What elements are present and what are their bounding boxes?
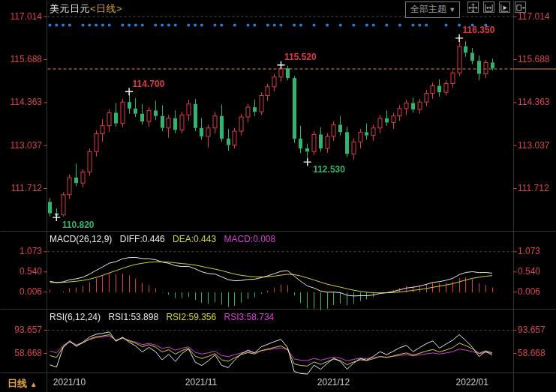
axis-tick-label: 0.540 bbox=[518, 266, 540, 277]
toolbar: 全部主题 ▼ bbox=[405, 1, 526, 15]
macd-dea-value: DEA:0.443 bbox=[173, 234, 216, 244]
axis-tick-label: 114.363 bbox=[0, 97, 42, 107]
axis-tick-label: 115.688 bbox=[0, 54, 42, 64]
chart-title: 美元日元<日线> bbox=[50, 2, 122, 16]
axis-tick-label: 113.037 bbox=[518, 140, 550, 151]
price-annotation: 115.520 bbox=[284, 52, 317, 62]
play-to-end-icon[interactable] bbox=[499, 1, 510, 13]
rsi2-value: RSI2:59.356 bbox=[166, 312, 216, 322]
caret-up-icon: ▲ bbox=[30, 380, 38, 388]
axis-tick-label: 0.006 bbox=[518, 286, 540, 297]
axis-tick-label: 1.073 bbox=[518, 246, 540, 256]
price-annotation: 112.530 bbox=[313, 164, 345, 175]
rsi-params-label: RSI(6,12,24) bbox=[50, 312, 101, 322]
axis-tick-label: 1.073 bbox=[0, 246, 42, 256]
timeline-month-label: 2022/01 bbox=[456, 377, 488, 388]
axis-tick-label: 58.668 bbox=[0, 348, 42, 358]
macd-params-label: MACD(26,12,9) bbox=[50, 234, 112, 244]
price-annotation: 110.820 bbox=[62, 220, 95, 230]
axis-tick-label: 117.014 bbox=[518, 11, 550, 22]
macd-legend: MACD(26,12,9) DIFF:0.446 DEA:0.443 MACD:… bbox=[50, 234, 281, 244]
axis-tick-label: 113.037 bbox=[0, 140, 42, 151]
axis-tick-label: 0.540 bbox=[0, 266, 42, 277]
timeline-month-label: 2021/11 bbox=[185, 377, 218, 388]
timeline-month-label: 2021/10 bbox=[53, 377, 86, 388]
timeline-month-label: 2021/12 bbox=[317, 377, 350, 388]
axis-tick-label: 115.688 bbox=[518, 54, 550, 64]
axis-tick-label: 58.668 bbox=[518, 348, 545, 358]
axis-tick-label: 114.363 bbox=[518, 97, 550, 107]
axis-tick-label: 111.712 bbox=[518, 183, 549, 193]
theme-dropdown-button[interactable]: 全部主题 ▼ bbox=[405, 1, 460, 18]
macd-diff-value: DIFF:0.446 bbox=[120, 234, 165, 244]
axis-tick-label: 0.006 bbox=[0, 286, 42, 297]
period-selector[interactable]: 日线 ▲ bbox=[8, 377, 38, 391]
axis-tick-label: 117.014 bbox=[0, 11, 42, 22]
axis-tick-label: 111.712 bbox=[0, 183, 42, 193]
fit-x-axis-icon[interactable] bbox=[483, 1, 494, 13]
axis-tick-label: 93.657 bbox=[518, 325, 545, 335]
rsi3-value: RSI3:58.734 bbox=[224, 312, 275, 322]
period-tag: <日线> bbox=[90, 3, 122, 14]
chart-app: 美元日元<日线> 全部主题 ▼ MACD(26,12,9) DIFF:0.446… bbox=[0, 0, 556, 392]
rsi-legend: RSI(6,12,24) RSI1:53.898 RSI2:59.356 RSI… bbox=[50, 312, 279, 322]
axis-tick-label: 93.657 bbox=[0, 325, 42, 335]
theme-dropdown-label: 全部主题 bbox=[410, 4, 446, 14]
macd-hist-value: MACD:0.008 bbox=[224, 234, 275, 244]
caret-down-icon: ▼ bbox=[449, 6, 455, 13]
period-selector-label: 日线 bbox=[8, 378, 27, 389]
crosshair-move-icon[interactable] bbox=[467, 1, 479, 13]
chart-canvas[interactable] bbox=[0, 0, 556, 392]
symbol-name: 美元日元 bbox=[50, 3, 90, 14]
price-annotation: 114.700 bbox=[133, 79, 165, 89]
rsi1-value: RSI1:53.898 bbox=[108, 312, 158, 322]
price-annotation: 116.350 bbox=[463, 25, 495, 35]
